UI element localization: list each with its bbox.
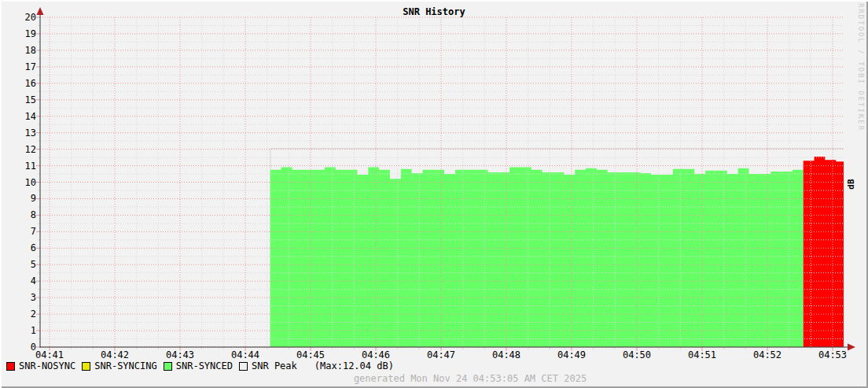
x-tick-label: 04:49 [550, 350, 594, 360]
x-tick-label: 04:52 [745, 350, 789, 360]
legend-swatch [82, 362, 90, 371]
y-tick-label: 7 [3, 227, 36, 236]
x-tick-label: 04:42 [93, 350, 137, 360]
y-tick-label: 10 [3, 178, 36, 187]
x-tick-label: 04:43 [158, 350, 202, 360]
x-tick-label: 04:46 [354, 350, 398, 360]
y-tick-label: 19 [3, 29, 36, 39]
y-tick-label: 15 [3, 95, 36, 105]
legend: SNR-NOSYNCSNR-SYNCINGSNR-SYNCEDSNR Peak(… [6, 360, 863, 371]
legend-item: SNR-SYNCED [164, 360, 233, 371]
y-tick-label: 14 [3, 112, 36, 121]
rrdtool-watermark: RRDTOOL / TOBI OETIKER [857, 3, 865, 131]
legend-label: SNR-SYNCED [176, 360, 233, 371]
legend-item: SNR-NOSYNC [6, 360, 75, 371]
x-tick-label: 04:50 [615, 350, 659, 360]
y-tick-label: 16 [3, 79, 36, 88]
generated-timestamp: generated Mon Nov 24 04:53:05 AM CET 202… [0, 373, 868, 384]
y-tick-label: 18 [3, 46, 36, 55]
x-tick-label: 04:53 [811, 350, 855, 360]
legend-swatch [6, 362, 15, 371]
max-value-label: (Max:12.04 dB) [314, 360, 394, 371]
rrdtool-graph: SNR History 0123456789101112131415161718… [0, 0, 868, 388]
y-tick-label: 8 [3, 210, 36, 220]
legend-label: SNR Peak [252, 360, 297, 371]
y-tick-label: 5 [3, 260, 36, 269]
chart-canvas [0, 0, 868, 388]
legend-swatch [164, 362, 172, 371]
legend-item: SNR Peak [239, 360, 297, 371]
y-tick-label: 2 [3, 309, 36, 319]
y-tick-label: 12 [3, 145, 36, 154]
y-tick-label: 20 [3, 13, 36, 22]
x-tick-label: 04:45 [289, 350, 333, 360]
x-tick-label: 04:44 [223, 350, 267, 360]
x-tick-label: 04:51 [680, 350, 724, 360]
y-tick-label: 11 [3, 161, 36, 171]
legend-item: SNR-SYNCING [82, 360, 156, 371]
x-tick-label: 04:47 [419, 350, 463, 360]
y-tick-label: 4 [3, 276, 36, 286]
y-tick-label: 1 [3, 326, 36, 335]
y-tick-label: 9 [3, 194, 36, 203]
legend-label: SNR-NOSYNC [19, 360, 75, 371]
y-tick-label: 13 [3, 128, 36, 138]
y-tick-label: 3 [3, 293, 36, 302]
y-tick-label: 17 [3, 62, 36, 72]
legend-swatch [239, 362, 248, 371]
y-tick-label: 6 [3, 243, 36, 253]
right-axis-label: dB [838, 170, 863, 198]
x-tick-label: 04:41 [28, 350, 72, 360]
x-tick-label: 04:48 [484, 350, 528, 360]
legend-label: SNR-SYNCING [94, 360, 156, 371]
